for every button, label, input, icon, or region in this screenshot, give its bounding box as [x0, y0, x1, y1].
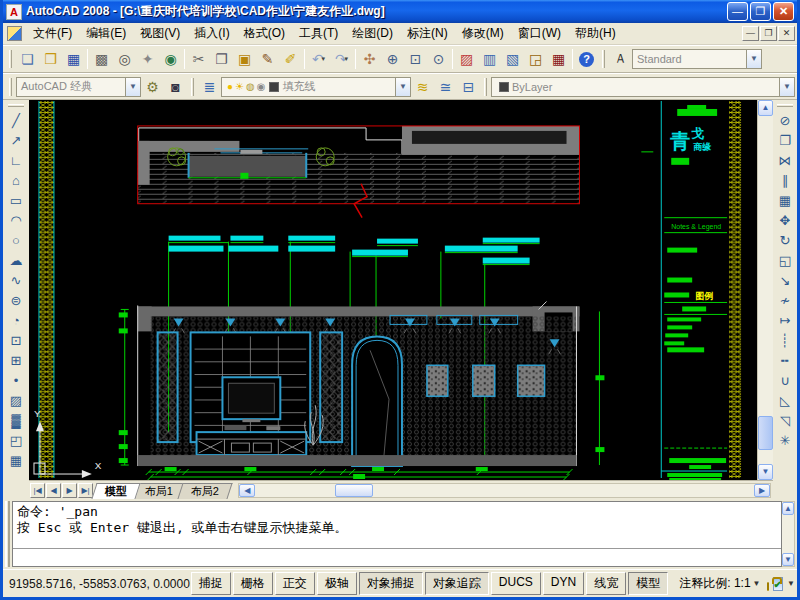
plot-preview-button[interactable]: ◎ [113, 48, 136, 70]
horizontal-scroll-thumb[interactable] [335, 484, 373, 497]
freeze-icon[interactable]: ☀ [235, 81, 244, 92]
construction-line-button[interactable]: ↗ [5, 130, 27, 150]
paste-button[interactable]: ▣ [233, 48, 256, 70]
status-toggle-栅格[interactable]: 栅格 [233, 572, 273, 595]
mdi-close-button[interactable]: ✕ [778, 26, 795, 41]
revision-cloud-button[interactable]: ☁ [5, 250, 27, 270]
toolbar-grip[interactable] [191, 78, 194, 96]
line-button[interactable]: ╱ [5, 110, 27, 130]
annotation-scale-arrow-icon[interactable]: ▼ [753, 579, 761, 588]
tab-nav-prev-icon[interactable]: ◀ [46, 483, 61, 498]
break-at-point-button[interactable]: ┊ [774, 330, 796, 350]
toolbar-grip[interactable] [8, 104, 24, 107]
explode-button[interactable]: ✳ [774, 430, 796, 450]
annotation-scale-value[interactable]: 1:1 [734, 576, 751, 590]
command-window-grip[interactable] [5, 501, 10, 567]
close-button[interactable]: ✕ [773, 2, 794, 21]
cut-button[interactable]: ✂ [187, 48, 210, 70]
ellipse-arc-button[interactable]: ◔ [5, 310, 27, 330]
status-toggle-极轴[interactable]: 极轴 [317, 572, 357, 595]
menu-item-1[interactable]: 文件(F) [26, 23, 79, 44]
status-toggle-DUCS[interactable]: DUCS [491, 572, 541, 595]
my-workspace-button[interactable]: ◙ [164, 76, 187, 98]
toolbar-grip[interactable] [484, 78, 487, 96]
menu-item-10[interactable]: 窗口(W) [511, 23, 568, 44]
text-style-icon[interactable]: Ａ [609, 48, 632, 70]
join-button[interactable]: ∪ [774, 370, 796, 390]
make-object-layer-current-button[interactable]: ≋ [411, 76, 434, 98]
match-properties-button[interactable]: ✎ [256, 48, 279, 70]
menu-item-11[interactable]: 帮助(H) [568, 23, 623, 44]
polygon-button[interactable]: ⌂ [5, 170, 27, 190]
menu-item-8[interactable]: 标注(N) [400, 23, 455, 44]
status-toggle-正交[interactable]: 正交 [275, 572, 315, 595]
block-editor-button[interactable]: ◲ [524, 48, 547, 70]
quickcalc-button[interactable]: ▦ [547, 48, 570, 70]
scroll-left-icon[interactable]: ◀ [239, 484, 255, 497]
layer-states-manager-button[interactable]: ⊟ [457, 76, 480, 98]
menu-item-7[interactable]: 绘图(D) [345, 23, 400, 44]
hatch-button[interactable]: ▨ [5, 390, 27, 410]
chevron-down-icon[interactable]: ▼ [779, 78, 794, 96]
vertical-scrollbar[interactable]: ▲ ▼ [757, 100, 773, 480]
trim-button[interactable]: ≁ [774, 290, 796, 310]
menu-item-4[interactable]: 插入(I) [187, 23, 236, 44]
pan-button[interactable]: ✣ [358, 48, 381, 70]
circle-button[interactable]: ○ [5, 230, 27, 250]
dropdown-arrow-icon[interactable]: ▾ [345, 55, 349, 63]
layer-previous-button[interactable]: ≅ [434, 76, 457, 98]
copy-button[interactable]: ❐ [774, 130, 796, 150]
status-toggle-线宽[interactable]: 线宽 [586, 572, 626, 595]
chevron-down-icon[interactable]: ▼ [125, 78, 140, 96]
mdi-restore-button[interactable]: ❐ [760, 26, 777, 41]
layer-combo[interactable]: ●☀◍◉ 填充线 ▼ [221, 77, 411, 97]
status-toggle-DYN[interactable]: DYN [543, 572, 584, 595]
offset-button[interactable]: ∥ [774, 170, 796, 190]
vertical-scroll-thumb[interactable] [758, 416, 773, 450]
table-button[interactable]: ▦ [5, 450, 27, 470]
rectangle-button[interactable]: ▭ [5, 190, 27, 210]
menu-item-2[interactable]: 编辑(E) [79, 23, 133, 44]
undo-button[interactable]: ↶▾ [307, 48, 330, 70]
dropdown-arrow-icon[interactable]: ▾ [322, 55, 326, 63]
layer-properties-button[interactable]: ≣ [198, 76, 221, 98]
publish-button[interactable]: ✦ [136, 48, 159, 70]
break-button[interactable]: ╍ [774, 350, 796, 370]
scroll-up-icon[interactable]: ▲ [758, 100, 773, 116]
gradient-button[interactable]: ▓ [5, 410, 27, 430]
toolbar-grip[interactable] [777, 104, 793, 107]
status-toggle-模型[interactable]: 模型 [628, 572, 668, 595]
insert-block-button[interactable]: ⊡ [5, 330, 27, 350]
tab-nav-last-icon[interactable]: ▶| [78, 483, 93, 498]
array-button[interactable]: ▦ [774, 190, 796, 210]
tab-nav-first-icon[interactable]: |◀ [30, 483, 45, 498]
menu-item-5[interactable]: 格式(O) [237, 23, 292, 44]
scroll-right-icon[interactable]: ▶ [754, 484, 770, 497]
fillet-button[interactable]: ◹ [774, 410, 796, 430]
help-button[interactable]: ? [575, 48, 598, 70]
zoom-previous-button[interactable]: ⊙ [427, 48, 450, 70]
text-style-combo[interactable]: Standard ▼ [632, 49, 762, 69]
sync-properties-button[interactable]: ✐ [279, 48, 302, 70]
workspace-combo[interactable]: AutoCAD 经典 ▼ [16, 77, 141, 97]
menu-item-6[interactable]: 工具(T) [292, 23, 345, 44]
scale-button[interactable]: ◱ [774, 250, 796, 270]
copy-button[interactable]: ❐ [210, 48, 233, 70]
menu-item-3[interactable]: 视图(V) [133, 23, 187, 44]
open-button[interactable]: ❒ [39, 48, 62, 70]
lock-icon[interactable]: ◍ [246, 81, 255, 92]
rotate-button[interactable]: ↻ [774, 230, 796, 250]
cad-canvas[interactable]: YX青戈商缘Notes & Legend图例 [29, 100, 757, 480]
workspace-settings-button[interactable]: ⚙ [141, 76, 164, 98]
mirror-button[interactable]: ⋈ [774, 150, 796, 170]
tab-nav-next-icon[interactable]: ▶ [62, 483, 77, 498]
status-toggle-对象追踪[interactable]: 对象追踪 [425, 572, 489, 595]
sheetset-manager-button[interactable]: ▥ [478, 48, 501, 70]
redo-button[interactable]: ↷▾ [330, 48, 353, 70]
color-combo[interactable]: ByLayer ▼ [491, 77, 795, 97]
restore-button[interactable]: ❐ [750, 2, 771, 21]
erase-button[interactable]: ⊘ [774, 110, 796, 130]
plot-state-icon[interactable]: ◉ [257, 81, 266, 92]
stretch-button[interactable]: ↘ [774, 270, 796, 290]
menu-item-9[interactable]: 修改(M) [455, 23, 511, 44]
